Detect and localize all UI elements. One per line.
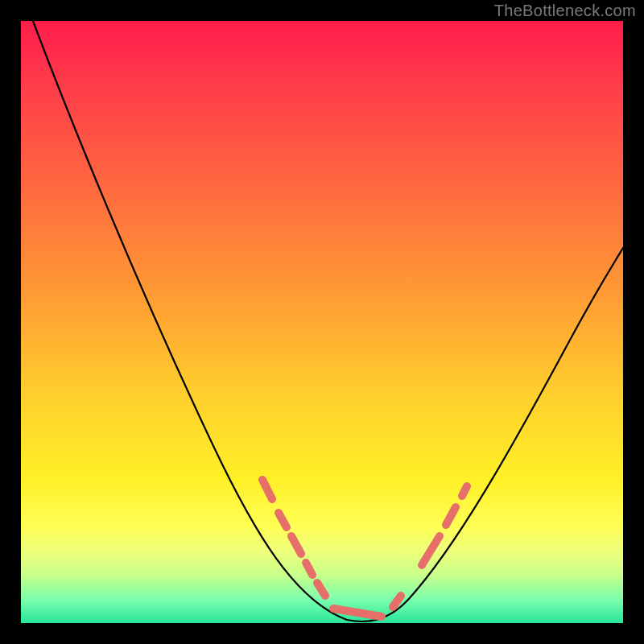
marker-cluster-right-1 bbox=[393, 596, 401, 607]
marker-cluster-left-1 bbox=[262, 480, 272, 499]
curve-path bbox=[33, 21, 623, 621]
plot-area bbox=[21, 21, 623, 623]
marker-cluster-left-3 bbox=[291, 536, 301, 554]
watermark-text: TheBottleneck.com bbox=[494, 2, 636, 20]
marker-cluster-left-4 bbox=[306, 563, 312, 575]
marker-cluster-bottom bbox=[333, 609, 382, 617]
marker-cluster-right-4 bbox=[462, 486, 467, 496]
marker-cluster-left-2 bbox=[279, 513, 287, 527]
marker-cluster-left-5 bbox=[317, 583, 325, 596]
chart-frame: TheBottleneck.com bbox=[0, 0, 644, 644]
bottleneck-curve bbox=[21, 21, 623, 623]
marker-cluster-right-2 bbox=[422, 536, 440, 565]
marker-cluster-right-3 bbox=[446, 507, 456, 525]
